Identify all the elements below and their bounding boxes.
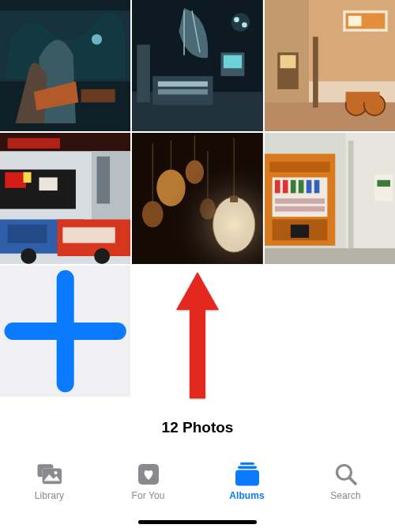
- magnifier-icon: [333, 462, 359, 486]
- tab-library[interactable]: Library: [10, 462, 89, 501]
- heart-card-icon: [136, 462, 161, 486]
- add-photo-tile[interactable]: [0, 266, 130, 397]
- svg-rect-83: [235, 470, 259, 486]
- svg-rect-36: [5, 172, 26, 188]
- svg-rect-67: [314, 180, 319, 194]
- image-icon: [132, 0, 262, 131]
- photo-thumbnail[interactable]: [265, 0, 395, 131]
- svg-rect-9: [158, 81, 208, 87]
- svg-point-15: [242, 22, 247, 28]
- tab-label: Albums: [229, 490, 265, 501]
- svg-rect-60: [269, 162, 329, 172]
- photo-stack-icon: [37, 462, 62, 486]
- album-stack-icon: [235, 462, 260, 486]
- svg-rect-64: [291, 180, 296, 194]
- svg-rect-38: [39, 177, 57, 191]
- svg-rect-69: [275, 206, 325, 212]
- photo-thumbnail[interactable]: [0, 133, 130, 264]
- svg-rect-53: [132, 133, 262, 264]
- svg-rect-57: [374, 175, 393, 201]
- svg-rect-10: [158, 89, 208, 95]
- svg-rect-81: [240, 462, 254, 465]
- tab-label: Library: [35, 490, 64, 501]
- image-icon: [265, 0, 395, 131]
- svg-line-85: [349, 478, 356, 485]
- svg-rect-66: [306, 180, 311, 194]
- svg-point-13: [231, 13, 250, 32]
- svg-rect-42: [62, 228, 115, 243]
- photo-count-label: 12 Photos: [0, 419, 395, 436]
- svg-rect-22: [348, 16, 362, 26]
- svg-rect-12: [224, 55, 242, 69]
- svg-point-43: [21, 248, 36, 264]
- tab-label: Search: [330, 490, 361, 501]
- image-icon: [0, 0, 130, 131]
- svg-rect-40: [8, 224, 47, 243]
- home-indicator[interactable]: [138, 520, 257, 524]
- svg-rect-72: [265, 248, 395, 264]
- photo-thumbnail[interactable]: [132, 0, 262, 131]
- tab-search[interactable]: Search: [307, 462, 386, 501]
- tab-albums[interactable]: Albums: [208, 462, 287, 501]
- svg-rect-37: [24, 172, 32, 183]
- svg-rect-26: [345, 92, 379, 102]
- image-icon: [132, 133, 262, 264]
- svg-rect-82: [238, 466, 257, 470]
- image-icon: [265, 133, 395, 264]
- photo-thumbnail[interactable]: [132, 133, 262, 264]
- plus-icon: [0, 266, 130, 397]
- svg-rect-29: [280, 55, 295, 69]
- svg-rect-5: [0, 0, 130, 10]
- svg-rect-58: [377, 180, 390, 187]
- photo-thumbnail[interactable]: [265, 133, 395, 264]
- svg-rect-27: [313, 36, 318, 108]
- svg-rect-71: [291, 224, 309, 238]
- svg-rect-3: [81, 89, 115, 103]
- photo-thumbnail[interactable]: [0, 0, 130, 131]
- svg-rect-68: [275, 198, 325, 204]
- svg-rect-16: [137, 44, 151, 102]
- svg-rect-32: [8, 138, 60, 149]
- svg-point-14: [234, 17, 239, 23]
- svg-rect-56: [348, 141, 354, 256]
- svg-rect-78: [42, 468, 61, 484]
- svg-rect-63: [283, 180, 288, 194]
- tab-for-you[interactable]: For You: [109, 462, 188, 501]
- photos-app-root: 12 Photos Library: [0, 0, 395, 532]
- tab-label: For You: [131, 490, 164, 501]
- svg-rect-74: [5, 323, 126, 340]
- svg-point-2: [92, 34, 102, 44]
- album-photo-grid: [0, 0, 395, 397]
- svg-rect-65: [298, 180, 303, 194]
- svg-rect-62: [275, 180, 280, 194]
- svg-point-79: [54, 471, 57, 474]
- svg-point-44: [94, 248, 110, 264]
- svg-rect-34: [97, 157, 111, 204]
- image-icon: [0, 133, 130, 264]
